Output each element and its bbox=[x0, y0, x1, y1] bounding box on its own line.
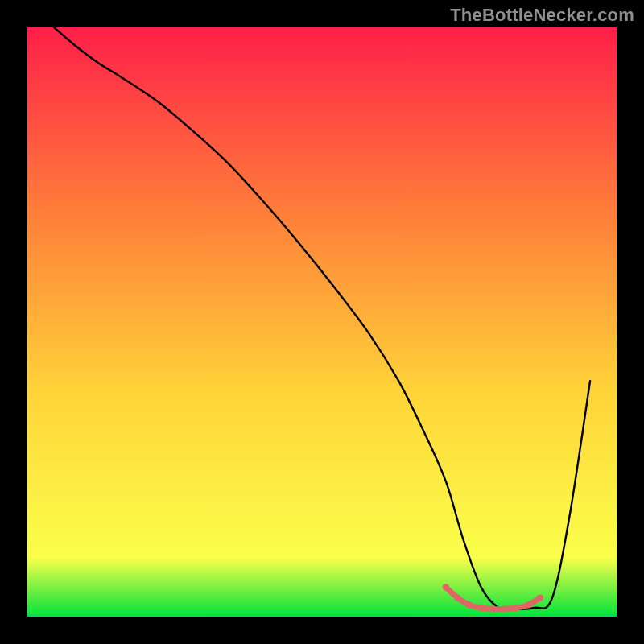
optimal-dot bbox=[489, 605, 496, 612]
optimal-dot bbox=[466, 601, 473, 608]
chart-wrapper: TheBottleNecker.com bbox=[0, 0, 644, 644]
optimal-dot bbox=[477, 605, 484, 611]
optimal-dot bbox=[537, 594, 543, 601]
optimal-dot bbox=[454, 594, 460, 601]
optimal-dot bbox=[525, 601, 531, 608]
optimal-dot bbox=[513, 605, 519, 611]
plot-area bbox=[27, 27, 617, 617]
optimal-dot bbox=[443, 584, 449, 590]
optimal-dot bbox=[502, 605, 508, 612]
bottleneck-chart-svg bbox=[0, 0, 644, 644]
